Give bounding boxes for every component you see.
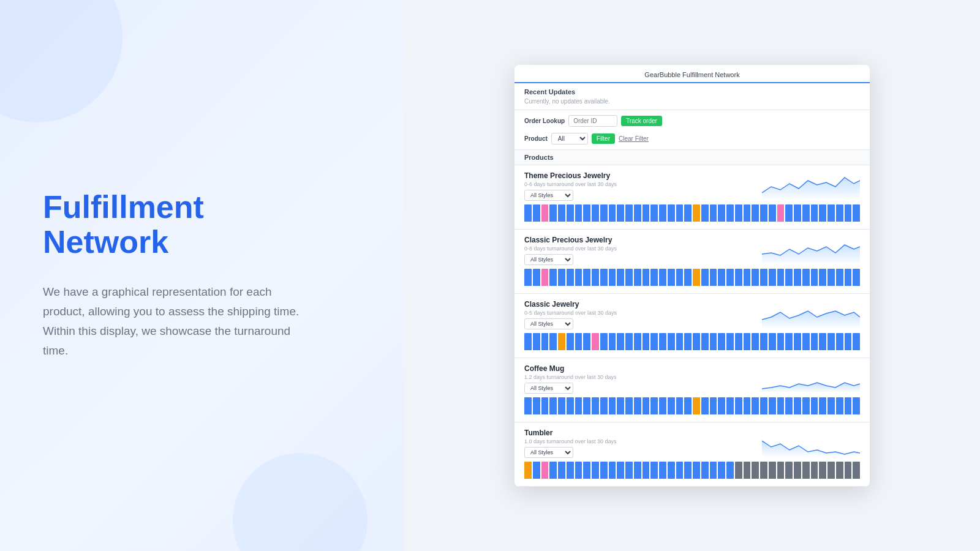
bar	[625, 204, 633, 222]
bar-chart	[524, 333, 860, 350]
clear-filter-button[interactable]: Clear Filter	[619, 135, 649, 142]
bar	[625, 397, 633, 414]
bar-chart	[524, 462, 860, 479]
bar	[668, 204, 675, 222]
bar	[676, 397, 684, 414]
bar	[650, 462, 658, 479]
product-style-row: All Styles	[524, 254, 756, 265]
bar	[769, 204, 776, 222]
bar	[710, 397, 717, 414]
style-select[interactable]: All Styles	[524, 190, 573, 201]
product-card: Theme Precious Jewelry 0-6 days turnarou…	[514, 165, 870, 230]
bar	[668, 462, 675, 479]
product-card: Classic Jewelry 0-5 days turnaround over…	[514, 294, 870, 358]
bar	[549, 333, 557, 350]
bar	[693, 462, 700, 479]
bar	[735, 397, 742, 414]
bar	[668, 397, 675, 414]
order-lookup-row: Order Lookup Track order	[514, 110, 870, 130]
bar	[701, 462, 709, 479]
bar-chart	[524, 269, 860, 286]
bar	[524, 333, 532, 350]
bar	[853, 269, 860, 286]
bar	[684, 462, 692, 479]
bar	[650, 204, 658, 222]
bar	[769, 333, 776, 350]
product-card: Tumbler 1.0 days turnaround over last 30…	[514, 422, 870, 487]
bar	[718, 333, 725, 350]
track-order-button[interactable]: Track order	[621, 116, 662, 126]
style-select[interactable]: All Styles	[524, 318, 573, 329]
product-card: Coffee Mug 1.2 days turnaround over last…	[514, 358, 870, 422]
bar	[785, 333, 793, 350]
bar	[726, 462, 734, 479]
product-filter-select[interactable]: All	[551, 133, 588, 144]
bar	[726, 269, 734, 286]
bar	[659, 269, 666, 286]
bar	[592, 204, 599, 222]
style-select[interactable]: All Styles	[524, 447, 573, 458]
bar	[650, 269, 658, 286]
style-select[interactable]: All Styles	[524, 254, 573, 265]
bar	[811, 397, 818, 414]
bar	[600, 462, 608, 479]
product-name: Classic Jewelry	[524, 300, 756, 309]
bar	[785, 397, 793, 414]
bar	[735, 462, 742, 479]
bar	[567, 333, 574, 350]
bar	[811, 333, 818, 350]
bar	[769, 462, 776, 479]
product-card-top: Classic Precious Jewelry 0-8 days turnar…	[524, 236, 860, 265]
recent-updates-section: Recent Updates Currently, no updates ava…	[514, 83, 870, 110]
bar	[744, 269, 751, 286]
bar	[558, 269, 565, 286]
filter-button[interactable]: Filter	[592, 133, 615, 144]
bar	[735, 204, 742, 222]
bar	[726, 397, 734, 414]
bar	[777, 397, 785, 414]
bar	[819, 397, 826, 414]
bar	[718, 269, 725, 286]
product-style-row: All Styles	[524, 383, 756, 394]
product-name: Tumbler	[524, 429, 756, 437]
bar	[811, 462, 818, 479]
bar	[558, 204, 565, 222]
bar	[785, 204, 793, 222]
product-name: Theme Precious Jewelry	[524, 171, 756, 180]
product-style-row: All Styles	[524, 190, 756, 201]
bar	[802, 462, 810, 479]
bar	[760, 462, 767, 479]
app-window: GearBubble Fulfillment Network Recent Up…	[514, 65, 870, 487]
bar	[693, 397, 700, 414]
bar	[845, 333, 852, 350]
bar	[567, 269, 574, 286]
bar	[668, 269, 675, 286]
bar	[684, 269, 692, 286]
bar	[676, 269, 684, 286]
bar	[575, 333, 582, 350]
bar	[650, 333, 658, 350]
bar	[819, 269, 826, 286]
style-select[interactable]: All Styles	[524, 383, 573, 394]
bar	[735, 269, 742, 286]
product-card-top: Theme Precious Jewelry 0-6 days turnarou…	[524, 171, 860, 201]
bar	[777, 204, 785, 222]
bar	[643, 333, 650, 350]
bar	[583, 269, 590, 286]
bar	[609, 462, 616, 479]
bar	[794, 397, 801, 414]
bar	[802, 204, 810, 222]
order-id-input[interactable]	[568, 115, 617, 127]
bar	[524, 462, 532, 479]
bar	[567, 204, 574, 222]
left-panel: Fulfillment Network We have a graphical …	[0, 0, 404, 551]
bar	[684, 204, 692, 222]
bar	[575, 269, 582, 286]
bar	[794, 462, 801, 479]
bar	[718, 462, 725, 479]
bar	[617, 462, 624, 479]
sparkline	[762, 364, 860, 392]
bar	[583, 397, 590, 414]
bar	[592, 397, 599, 414]
bar	[634, 269, 641, 286]
